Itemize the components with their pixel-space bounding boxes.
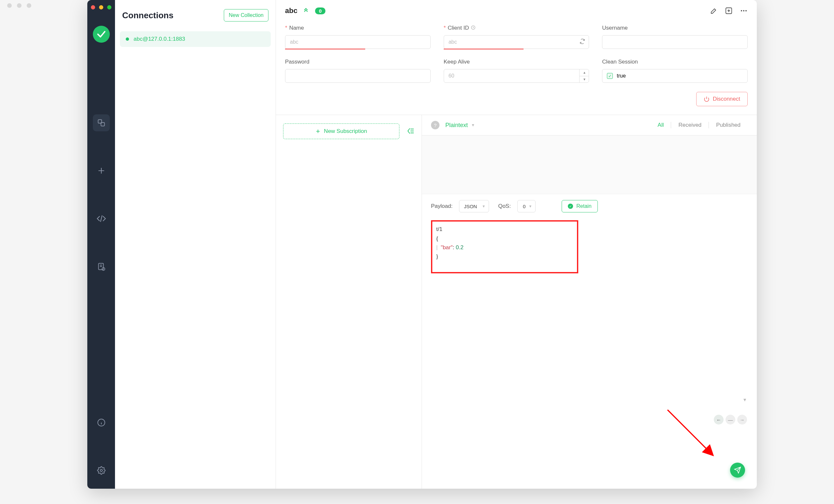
help-icon[interactable]: ?: [431, 121, 439, 129]
refresh-client-id-icon[interactable]: [579, 39, 585, 46]
qos-select[interactable]: 0 ▼: [517, 200, 535, 213]
clock-icon: [471, 25, 476, 31]
history-forward-icon[interactable]: →: [737, 415, 747, 424]
checkbox-checked-icon: ✓: [607, 73, 613, 79]
history-back-icon[interactable]: ←: [714, 415, 724, 424]
expand-editor-icon[interactable]: ▼: [743, 397, 747, 402]
payload-format-value: JSON: [464, 204, 477, 209]
power-icon: [704, 96, 709, 102]
payload-toolbar: Payload: JSON ▼ QoS: 0 ▼ ✓: [422, 194, 757, 218]
payload-editor[interactable]: t/1 { | "bar": 0.2 }: [431, 220, 578, 273]
topic-input[interactable]: t/1: [436, 225, 573, 234]
keep-alive-label: Keep Alive: [444, 59, 470, 65]
messages-list-empty: [422, 135, 757, 194]
collapse-icon[interactable]: [303, 7, 309, 15]
payload-json-body[interactable]: { | "bar": 0.2 }: [436, 234, 573, 261]
messages-area: ? Plaintext ▼ All Received Published: [422, 115, 757, 489]
new-collection-button[interactable]: New Collection: [224, 9, 268, 22]
main-area: abc 0 *Name: [276, 0, 757, 489]
nav-log-icon[interactable]: [93, 258, 110, 275]
collapse-subscriptions-icon[interactable]: [407, 124, 414, 136]
password-label: Password: [285, 59, 309, 65]
connections-panel: Connections New Collection abc@127.0.0.1…: [115, 0, 276, 489]
disconnect-button[interactable]: Disconnect: [696, 92, 748, 106]
chevron-down-icon: ▼: [528, 204, 532, 208]
connection-form: *Name *Client ID: [276, 22, 757, 92]
new-subscription-label: New Subscription: [324, 128, 367, 135]
clean-session-value: true: [617, 73, 626, 79]
name-input[interactable]: [285, 35, 431, 49]
background-window-dots: [7, 3, 31, 8]
new-subscription-button[interactable]: New Subscription: [283, 124, 399, 139]
qos-value: 0: [523, 204, 526, 209]
format-value: Plaintext: [445, 122, 468, 129]
send-button[interactable]: [730, 463, 745, 478]
connection-header-bar: abc 0: [276, 0, 757, 22]
connections-title: Connections: [122, 10, 173, 21]
client-id-label: Client ID: [447, 25, 469, 31]
nav-add-icon[interactable]: [93, 162, 110, 179]
history-nav: ← — →: [714, 415, 747, 424]
history-minus-icon[interactable]: —: [725, 415, 735, 424]
keep-alive-spinner[interactable]: ▲ ▼: [579, 69, 589, 83]
chevron-down-icon: ▼: [482, 204, 485, 208]
minimize-window-icon[interactable]: [99, 5, 103, 9]
keep-alive-input[interactable]: [444, 69, 589, 83]
status-dot-connected-icon: [126, 38, 129, 41]
nav-sidebar: [87, 0, 115, 489]
name-label: Name: [289, 25, 304, 31]
new-window-icon[interactable]: [725, 7, 733, 15]
chevron-down-icon: ▼: [471, 123, 475, 127]
retain-label: Retain: [576, 203, 591, 209]
connection-name: abc: [285, 6, 298, 15]
nav-info-icon[interactable]: [93, 414, 110, 431]
svg-point-9: [745, 10, 747, 12]
format-selector[interactable]: Plaintext ▼: [445, 122, 475, 129]
payload-format-select[interactable]: JSON ▼: [459, 200, 489, 213]
plus-icon: [315, 129, 321, 134]
check-circle-icon: ✓: [568, 204, 573, 209]
payload-label: Payload:: [431, 203, 453, 210]
disconnect-label: Disconnect: [713, 96, 740, 102]
svg-point-7: [741, 10, 742, 12]
message-count-badge: 0: [315, 7, 326, 14]
svg-point-8: [743, 10, 744, 12]
tab-received[interactable]: Received: [671, 122, 708, 128]
clean-session-toggle[interactable]: ✓ true: [602, 69, 748, 83]
subscriptions-column: New Subscription: [276, 115, 422, 489]
increment-icon[interactable]: ▲: [579, 69, 589, 76]
client-id-input[interactable]: [444, 35, 589, 49]
messages-header: ? Plaintext ▼ All Received Published: [422, 115, 757, 135]
maximize-window-icon[interactable]: [107, 5, 111, 9]
nav-scripts-icon[interactable]: [93, 210, 110, 227]
decrement-icon[interactable]: ▼: [579, 76, 589, 83]
window-controls[interactable]: [91, 5, 111, 9]
svg-point-5: [100, 469, 102, 472]
tab-published[interactable]: Published: [709, 122, 748, 128]
qos-label: QoS:: [498, 203, 511, 210]
connection-item-label: abc@127.0.0.1:1883: [134, 36, 185, 42]
nav-connections-icon[interactable]: [93, 114, 110, 131]
tab-all[interactable]: All: [651, 122, 671, 128]
connection-list-item[interactable]: abc@127.0.0.1:1883: [120, 31, 271, 47]
close-window-icon[interactable]: [91, 5, 95, 9]
send-icon: [734, 466, 741, 474]
app-window: Connections New Collection abc@127.0.0.1…: [87, 0, 757, 489]
edit-icon[interactable]: [710, 7, 718, 15]
clean-session-label: Clean Session: [602, 59, 638, 65]
password-input[interactable]: [285, 69, 431, 83]
username-input[interactable]: [602, 35, 748, 49]
username-label: Username: [602, 25, 628, 31]
more-menu-icon[interactable]: [740, 7, 748, 15]
retain-button[interactable]: ✓ Retain: [562, 200, 597, 213]
app-logo: [93, 26, 110, 43]
nav-settings-icon[interactable]: [93, 462, 110, 479]
